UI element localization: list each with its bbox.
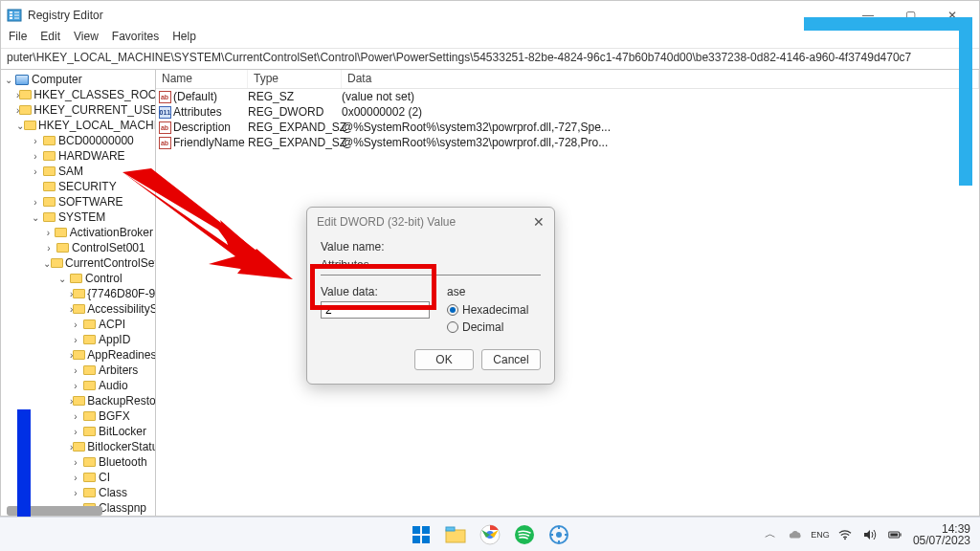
svg-point-18 — [844, 538, 846, 540]
svg-rect-9 — [412, 536, 420, 543]
svg-rect-12 — [446, 527, 455, 531]
tree-item[interactable]: ›HARDWARE — [1, 148, 155, 164]
reg-value-icon: ab — [159, 121, 171, 134]
folder-icon — [43, 151, 56, 161]
dialog-title: Edit DWORD (32-bit) Value — [317, 215, 456, 229]
onedrive-icon[interactable] — [789, 528, 802, 541]
reg-value-icon: ab — [159, 137, 171, 149]
folder-icon — [70, 274, 82, 283]
folder-icon — [83, 320, 96, 329]
tree-root[interactable]: ⌄Computer — [1, 72, 155, 87]
tree-item[interactable]: ›ACPI — [1, 317, 155, 332]
annotation-corner-bl — [17, 409, 61, 534]
tree-item[interactable]: ›BackupRestore — [1, 393, 155, 408]
svg-rect-1 — [10, 11, 12, 13]
tree-item[interactable]: ›AccessibilitySet — [1, 301, 155, 317]
tree-item[interactable]: ›AppReadiness — [1, 347, 155, 363]
menu-file[interactable]: File — [9, 30, 27, 48]
svg-rect-20 — [890, 533, 898, 536]
folder-icon — [83, 427, 96, 436]
battery-icon[interactable] — [888, 528, 902, 541]
folder-icon — [19, 90, 32, 99]
folder-icon — [43, 197, 56, 207]
folder-icon — [24, 121, 36, 130]
value-name-label: Value name: — [321, 240, 541, 253]
ok-button[interactable]: OK — [414, 349, 474, 370]
folder-icon — [83, 473, 96, 482]
folder-icon — [73, 350, 85, 360]
folder-icon — [73, 289, 85, 298]
explorer-icon[interactable] — [443, 522, 468, 547]
svg-rect-2 — [10, 14, 12, 16]
folder-icon — [83, 381, 96, 390]
folder-icon — [83, 411, 96, 421]
svg-point-17 — [556, 532, 562, 538]
folder-icon — [43, 212, 56, 222]
svg-rect-7 — [412, 526, 420, 534]
folder-icon — [73, 442, 85, 452]
col-type[interactable]: Type — [248, 70, 342, 88]
menu-favorites[interactable]: Favorites — [112, 30, 159, 48]
tree-item[interactable]: ›HKEY_CURRENT_USER — [1, 102, 155, 118]
folder-icon — [56, 243, 69, 253]
radio-dec[interactable]: Decimal — [447, 319, 541, 336]
folder-icon — [43, 182, 56, 191]
annotation-corner-tr — [804, 17, 972, 186]
window-title: Registry Editor — [28, 9, 841, 22]
reg-value-icon: ab — [159, 91, 171, 103]
menu-edit[interactable]: Edit — [40, 30, 60, 48]
folder-icon — [43, 166, 56, 176]
tree-item[interactable]: ›HKEY_CLASSES_ROOT — [1, 87, 155, 102]
folder-icon — [73, 396, 85, 406]
folder-icon — [83, 488, 96, 497]
radio-icon — [447, 321, 458, 333]
tree-item[interactable]: ›BCD00000000 — [1, 133, 155, 148]
svg-rect-21 — [900, 533, 901, 536]
tree-item[interactable]: ›AppID — [1, 332, 155, 347]
folder-icon — [83, 335, 96, 344]
taskbar: ︿ ENG 14:39 05/07/2023 — [0, 517, 980, 551]
volume-icon[interactable] — [863, 528, 877, 541]
svg-rect-3 — [10, 17, 12, 19]
reg-value-icon: 011 — [159, 106, 171, 119]
folder-icon — [83, 365, 96, 375]
app-icon[interactable] — [546, 522, 571, 547]
base-label: ase — [447, 285, 541, 298]
language-icon[interactable]: ENG — [813, 528, 827, 541]
folder-icon — [43, 136, 56, 145]
annotation-arrow — [113, 163, 304, 297]
folder-icon — [83, 457, 96, 467]
spotify-icon[interactable] — [512, 522, 537, 547]
tree-item[interactable]: ›Arbiters — [1, 363, 155, 378]
folder-icon — [19, 105, 32, 115]
regedit-icon — [7, 8, 22, 23]
wifi-icon[interactable] — [838, 528, 852, 541]
menu-help[interactable]: Help — [172, 30, 196, 48]
svg-rect-11 — [446, 530, 465, 542]
annotation-highlight-box — [310, 264, 436, 310]
svg-rect-8 — [422, 526, 430, 534]
chrome-icon[interactable] — [478, 522, 502, 547]
chevron-up-icon[interactable]: ︿ — [764, 528, 777, 541]
computer-icon — [15, 75, 29, 85]
clock[interactable]: 14:39 05/07/2023 — [913, 523, 970, 546]
tree-item[interactable]: ⌄HKEY_LOCAL_MACHINE — [1, 118, 155, 133]
folder-icon — [51, 258, 63, 268]
cancel-button[interactable]: Cancel — [481, 349, 541, 370]
folder-icon — [55, 228, 67, 237]
dialog-close-icon[interactable]: ✕ — [533, 214, 545, 230]
col-name[interactable]: Name — [156, 70, 248, 88]
menu-view[interactable]: View — [74, 30, 99, 48]
start-button[interactable] — [409, 522, 434, 547]
tree-item[interactable]: ›Audio — [1, 378, 155, 393]
svg-rect-10 — [422, 536, 430, 543]
radio-icon — [447, 304, 458, 316]
radio-hex[interactable]: Hexadecimal — [447, 301, 541, 319]
folder-icon — [73, 304, 85, 314]
